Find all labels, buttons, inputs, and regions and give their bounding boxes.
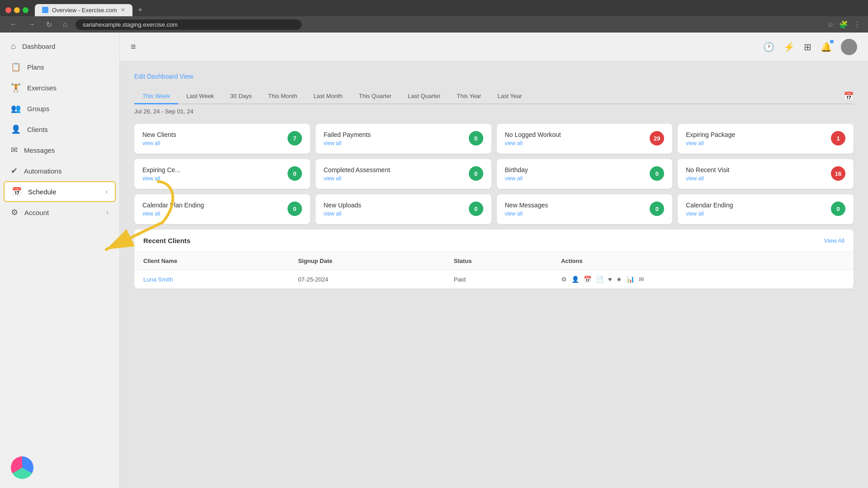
browser-dots (5, 7, 28, 13)
forward-button[interactable]: → (25, 19, 38, 29)
metric-badge: 0 (288, 166, 302, 181)
back-button[interactable]: ← (7, 19, 20, 29)
history-icon[interactable]: 🕐 (763, 42, 774, 52)
metric-badge: 0 (469, 166, 483, 181)
tab-this-week[interactable]: This Week (134, 89, 178, 104)
tab-close-button[interactable]: ✕ (121, 7, 125, 13)
actions-cell: ⚙ 👤 📅 📄 ♥ ★ 📊 ✉ (552, 270, 854, 289)
card-title: Expiring Ce... (142, 166, 180, 174)
sidebar-item-exercises[interactable]: 🏋 Exercises (0, 77, 119, 98)
sidebar-item-account[interactable]: ⚙ Account › (0, 202, 119, 223)
card-title: New Messages (505, 202, 548, 209)
col-actions: Actions (552, 252, 854, 270)
sidebar-item-messages[interactable]: ✉ Messages (0, 140, 119, 160)
browser-address-bar: ← → ↻ ⌂ ☆ 🧩 ⋮ (0, 16, 868, 33)
metric-badge: 0 (469, 202, 483, 216)
dot-red[interactable] (5, 7, 11, 13)
clients-table: Client Name Signup Date Status Actions L… (134, 252, 854, 289)
view-all-link[interactable]: view all (142, 175, 180, 182)
view-all-clients-link[interactable]: View All (824, 237, 844, 244)
sidebar-item-schedule[interactable]: 📅 Schedule › (4, 181, 116, 202)
view-all-link[interactable]: view all (324, 175, 390, 182)
calendar-icon[interactable]: 📅 (584, 276, 591, 283)
tab-last-quarter[interactable]: Last Quarter (400, 89, 448, 104)
browser-tab-bar: Overview - Exercise.com ✕ + (0, 0, 868, 16)
col-client-name: Client Name (134, 252, 289, 270)
card-new-clients: New Clients view all 7 (134, 124, 310, 154)
user-avatar[interactable] (841, 39, 857, 55)
star-icon[interactable]: ★ (616, 276, 622, 283)
dot-yellow[interactable] (14, 7, 20, 13)
sidebar-item-plans[interactable]: 📋 Plans (0, 56, 119, 77)
browser-actions: ☆ 🧩 ⋮ (827, 20, 861, 29)
tab-this-month[interactable]: This Month (260, 89, 305, 104)
tab-last-week[interactable]: Last Week (178, 89, 222, 104)
col-status: Status (445, 252, 552, 270)
chart-icon[interactable]: 📊 (627, 276, 634, 283)
view-all-link[interactable]: view all (505, 140, 561, 146)
view-all-link[interactable]: view all (686, 211, 733, 217)
schedule-icon: 📅 (12, 187, 22, 197)
notifications-icon[interactable]: 🔔 (821, 42, 832, 52)
card-no-recent-visit: No Recent Visit view all 16 (678, 159, 854, 189)
sidebar-item-label: Plans (27, 63, 44, 71)
home-button[interactable]: ⌂ (60, 19, 70, 29)
view-all-link[interactable]: view all (505, 211, 548, 217)
new-tab-button[interactable]: + (134, 4, 146, 17)
tab-30-days[interactable]: 30 Days (222, 89, 260, 104)
metric-badge: 16 (831, 166, 845, 181)
card-title: No Recent Visit (686, 166, 729, 174)
heart-icon[interactable]: ♥ (608, 276, 612, 283)
sidebar-item-groups[interactable]: 👥 Groups (0, 98, 119, 119)
card-calendar-plan-ending: Calendar Plan Ending view all 0 (134, 194, 310, 224)
view-all-link[interactable]: view all (324, 211, 361, 217)
sidebar-item-dashboard[interactable]: ⌂ Dashboard (0, 36, 119, 56)
client-name-link[interactable]: Luna Smith (143, 276, 173, 283)
notification-badge (830, 40, 834, 43)
file-icon[interactable]: 📄 (596, 276, 604, 283)
address-bar-input[interactable] (75, 19, 302, 30)
card-birthday: Birthday view all 0 (497, 159, 673, 189)
card-no-logged-workout: No Logged Workout view all 29 (497, 124, 673, 154)
metric-badge: 0 (831, 202, 845, 216)
card-title: Birthday (505, 166, 528, 174)
hamburger-menu-button[interactable]: ≡ (131, 42, 136, 52)
dashboard-area: Edit Dashboard View This Week Last Week … (120, 61, 868, 300)
groups-icon: 👥 (11, 103, 21, 113)
card-expiring-package: Expiring Package view all 1 (678, 124, 854, 154)
tab-last-year[interactable]: Last Year (489, 89, 530, 104)
metric-badge: 0 (650, 166, 664, 181)
sidebar-item-automations[interactable]: ✔ Automations (0, 160, 119, 181)
menu-icon[interactable]: ⋮ (854, 20, 861, 29)
bookmark-icon[interactable]: ☆ (827, 20, 834, 29)
calendar-picker-icon[interactable]: 📅 (844, 91, 854, 101)
view-all-link[interactable]: view all (686, 140, 735, 146)
metric-badge: 0 (469, 131, 483, 145)
mail-icon[interactable]: ✉ (639, 276, 644, 283)
browser-tab-active[interactable]: Overview - Exercise.com ✕ (35, 4, 132, 16)
sidebar-item-label: Groups (27, 105, 49, 113)
lightning-icon[interactable]: ⚡ (783, 42, 795, 52)
tab-this-year[interactable]: This Year (448, 89, 489, 104)
view-all-link[interactable]: view all (142, 211, 204, 217)
edit-dashboard-link[interactable]: Edit Dashboard View (134, 73, 193, 80)
browser-chrome: Overview - Exercise.com ✕ + ← → ↻ ⌂ ☆ 🧩 … (0, 0, 868, 33)
client-name-cell: Luna Smith (134, 270, 289, 289)
apps-grid-icon[interactable]: ⊞ (804, 42, 811, 52)
view-all-link[interactable]: view all (324, 140, 371, 146)
view-all-link[interactable]: view all (505, 175, 528, 182)
person-icon[interactable]: 👤 (571, 276, 579, 283)
card-title: Failed Payments (324, 131, 371, 138)
sidebar-item-label: Clients (27, 126, 48, 133)
sidebar-item-label: Dashboard (22, 42, 55, 50)
card-expiring-ce: Expiring Ce... view all 0 (134, 159, 310, 189)
extensions-icon[interactable]: 🧩 (839, 20, 848, 29)
tab-last-month[interactable]: Last Month (305, 89, 350, 104)
reload-button[interactable]: ↻ (43, 19, 55, 30)
sidebar-item-clients[interactable]: 👤 Clients (0, 119, 119, 140)
gear-icon[interactable]: ⚙ (561, 276, 567, 283)
view-all-link[interactable]: view all (686, 175, 729, 182)
dot-green[interactable] (23, 7, 28, 13)
view-all-link[interactable]: view all (142, 140, 176, 146)
tab-this-quarter[interactable]: This Quarter (351, 89, 400, 104)
